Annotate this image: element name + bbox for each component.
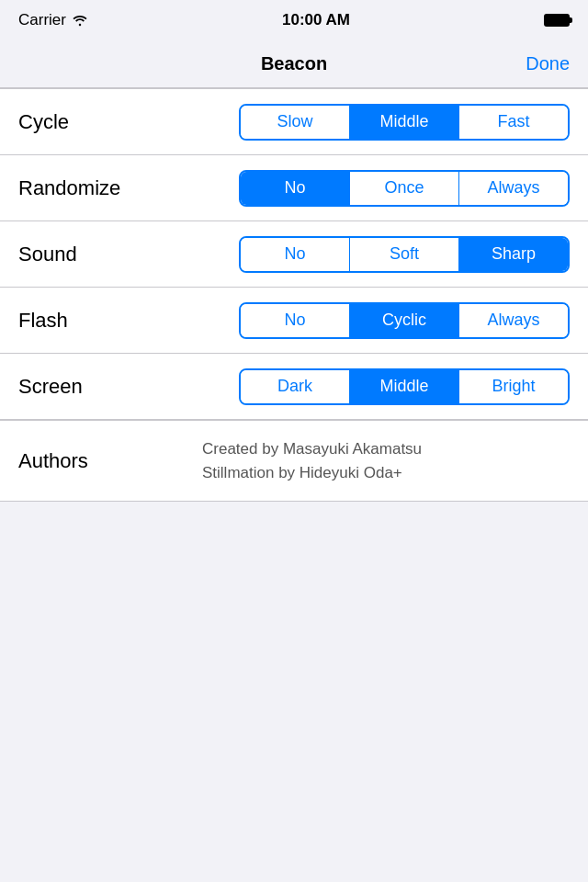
authors-line1: Created by Masayuki Akamatsu [202,437,422,461]
seg-btn-cycle-middle[interactable]: Middle [350,106,459,139]
label-screen: Screen [18,375,83,399]
seg-btn-randomize-always[interactable]: Always [459,172,568,205]
carrier-info: Carrier [18,11,88,29]
setting-row-sound: SoundNoSoftSharp [0,221,588,288]
seg-btn-sound-soft[interactable]: Soft [350,238,459,271]
settings-list: CycleSlowMiddleFastRandomizeNoOnceAlways… [0,88,588,420]
label-randomize: Randomize [18,176,120,200]
seg-btn-flash-always[interactable]: Always [459,304,568,337]
seg-btn-screen-bright[interactable]: Bright [459,370,568,403]
seg-btn-sound-sharp[interactable]: Sharp [459,238,568,271]
navigation-bar: Beacon Done [0,40,588,88]
segmented-cycle: SlowMiddleFast [239,104,570,141]
authors-section: Authors Created by Masayuki Akamatsu Sti… [0,420,588,502]
label-flash: Flash [18,309,68,333]
seg-btn-randomize-once[interactable]: Once [350,172,459,205]
seg-btn-randomize-no[interactable]: No [241,172,350,205]
label-sound: Sound [18,243,77,266]
segmented-sound: NoSoftSharp [239,236,570,273]
seg-btn-cycle-fast[interactable]: Fast [459,106,568,139]
setting-row-screen: ScreenDarkMiddleBright [0,354,588,420]
seg-btn-cycle-slow[interactable]: Slow [241,106,350,139]
authors-label: Authors [18,449,202,473]
seg-btn-screen-middle[interactable]: Middle [350,370,459,403]
authors-line2: Stillmation by Hideyuki Oda+ [202,461,422,485]
nav-title: Beacon [261,53,327,74]
authors-row: Authors Created by Masayuki Akamatsu Sti… [0,421,588,502]
segmented-randomize: NoOnceAlways [239,170,570,207]
setting-row-flash: FlashNoCyclicAlways [0,288,588,354]
status-bar: Carrier 10:00 AM [0,0,588,40]
time-label: 10:00 AM [282,11,350,29]
carrier-label: Carrier [18,11,66,29]
setting-row-randomize: RandomizeNoOnceAlways [0,155,588,221]
wifi-icon [72,14,88,27]
segmented-screen: DarkMiddleBright [239,368,570,405]
seg-btn-flash-cyclic[interactable]: Cyclic [350,304,459,337]
authors-text: Created by Masayuki Akamatsu Stillmation… [202,437,422,484]
battery-icon [544,14,570,27]
seg-btn-flash-no[interactable]: No [241,304,350,337]
label-cycle: Cycle [18,110,69,134]
battery-indicator [544,14,570,27]
setting-row-cycle: CycleSlowMiddleFast [0,89,588,155]
segmented-flash: NoCyclicAlways [239,302,570,339]
seg-btn-sound-no[interactable]: No [241,238,350,271]
seg-btn-screen-dark[interactable]: Dark [241,370,350,403]
done-button[interactable]: Done [526,53,570,74]
